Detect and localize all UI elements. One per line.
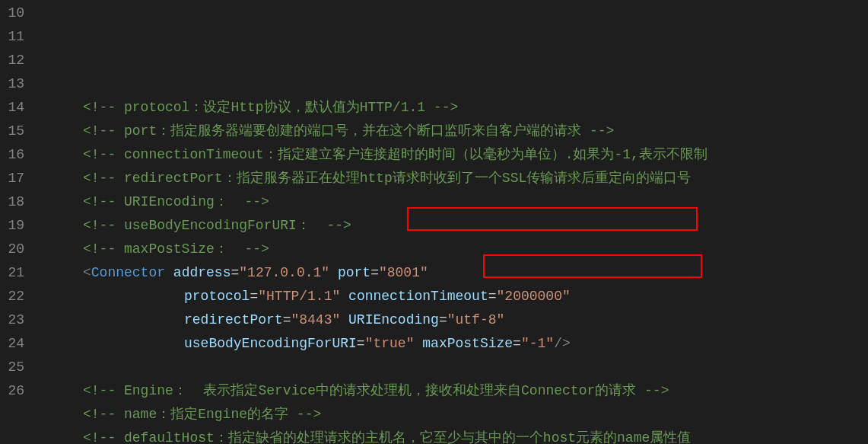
code-line[interactable]: <Connector address="127.0.0.1" port="800… — [41, 261, 868, 285]
code-line[interactable]: <!-- maxPostSize： --> — [41, 238, 868, 261]
line-number: 18 — [0, 190, 24, 214]
line-number: 13 — [0, 72, 24, 96]
line-number: 19 — [0, 214, 24, 238]
line-number-gutter: 1011121314151617181920212223242526 — [0, 0, 38, 444]
line-number: 22 — [0, 285, 24, 308]
line-number: 12 — [0, 49, 24, 72]
line-number: 17 — [0, 167, 24, 190]
code-line[interactable]: <!-- name：指定Engine的名字 --> — [41, 403, 868, 426]
code-line[interactable]: <!-- port：指定服务器端要创建的端口号，并在这个断口监听来自客户端的请求… — [41, 120, 868, 143]
line-number: 10 — [0, 2, 24, 25]
line-number: 20 — [0, 238, 24, 261]
code-line[interactable]: <!-- defaultHost：指定缺省的处理请求的主机名，它至少与其中的一个… — [41, 426, 868, 444]
code-line[interactable]: <!-- useBodyEncodingForURI： --> — [41, 214, 868, 238]
code-line[interactable] — [41, 356, 868, 379]
code-area[interactable]: <!-- protocol：设定Http协议，默认值为HTTP/1.1 --><… — [38, 0, 868, 444]
line-number: 11 — [0, 25, 24, 49]
line-number: 23 — [0, 308, 24, 332]
code-line[interactable]: <!-- URIEncoding： --> — [41, 190, 868, 214]
line-number: 26 — [0, 379, 24, 403]
code-line[interactable]: <!-- protocol：设定Http协议，默认值为HTTP/1.1 --> — [41, 96, 868, 120]
code-line[interactable]: <!-- connectionTimeout：指定建立客户连接超时的时间（以毫秒… — [41, 143, 868, 167]
line-number: 21 — [0, 261, 24, 285]
code-line[interactable]: protocol="HTTP/1.1" connectionTimeout="2… — [41, 285, 868, 308]
line-number: 24 — [0, 332, 24, 356]
line-number: 15 — [0, 120, 24, 143]
code-line[interactable]: <!-- redirectPort：指定服务器正在处理http请求时收到了一个S… — [41, 167, 868, 190]
code-line[interactable]: <!-- Engine： 表示指定Service中的请求处理机，接收和处理来自C… — [41, 379, 868, 403]
code-editor[interactable]: 1011121314151617181920212223242526 <!-- … — [0, 0, 868, 444]
line-number: 14 — [0, 96, 24, 120]
code-line[interactable]: redirectPort="8443" URIEncoding="utf-8" — [41, 308, 868, 332]
code-line[interactable]: useBodyEncodingForURI="true" maxPostSize… — [41, 332, 868, 356]
line-number: 25 — [0, 356, 24, 379]
line-number: 16 — [0, 143, 24, 167]
